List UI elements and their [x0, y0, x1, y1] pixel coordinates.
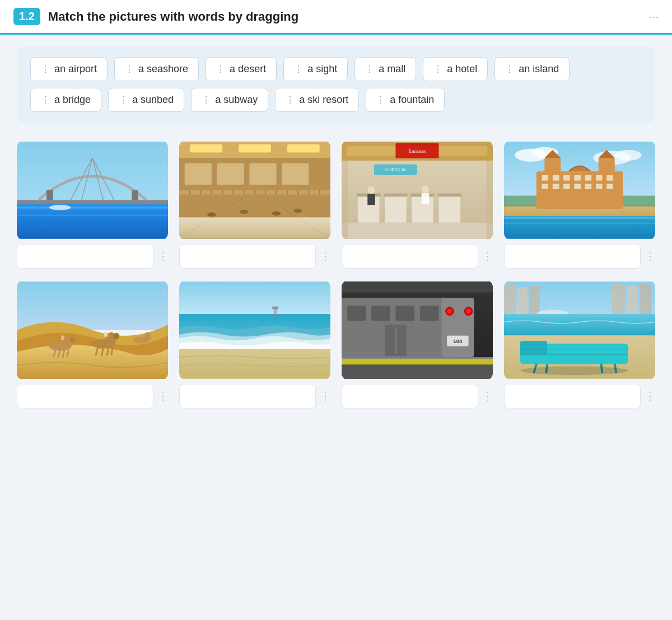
main-content: an airport a seashore a desert a sight a…	[0, 35, 672, 420]
svg-rect-123	[395, 306, 414, 321]
images-grid: ⋮	[17, 140, 655, 408]
page-title: Match the pictures with words by draggin…	[48, 10, 298, 24]
word-chip-ski-resort[interactable]: a ski resort	[275, 88, 359, 112]
svg-point-157	[520, 367, 628, 375]
word-chip-island[interactable]: an island	[494, 57, 570, 81]
svg-rect-60	[422, 193, 430, 204]
word-chip-bridge[interactable]: a bridge	[30, 88, 101, 112]
image-seashore	[179, 280, 330, 381]
svg-rect-50	[385, 196, 407, 223]
svg-rect-147	[504, 314, 655, 336]
svg-rect-58	[367, 194, 375, 205]
word-chip-airport[interactable]: an airport	[30, 57, 108, 81]
drop-zone-sunbed[interactable]	[504, 384, 641, 408]
svg-rect-113	[179, 281, 330, 320]
svg-rect-82	[553, 184, 559, 189]
word-chip-subway[interactable]: a subway	[191, 88, 268, 112]
svg-rect-74	[542, 175, 549, 181]
svg-point-39	[272, 212, 281, 216]
drop-zone-hotel[interactable]	[504, 244, 641, 269]
drop-zone-row-mall: ⋮	[179, 244, 330, 269]
word-chip-desert[interactable]: a desert	[206, 57, 277, 81]
svg-rect-54	[384, 194, 407, 197]
drop-zone-row-hotel: ⋮	[504, 244, 655, 269]
svg-text:CHECK IN: CHECK IN	[385, 167, 406, 172]
svg-point-128	[447, 308, 452, 314]
section-number: 1.2	[13, 8, 40, 25]
svg-point-59	[422, 185, 430, 193]
svg-rect-35	[249, 163, 276, 185]
svg-point-40	[293, 209, 302, 213]
svg-rect-126	[395, 327, 396, 353]
svg-rect-88	[544, 158, 561, 174]
svg-rect-86	[596, 184, 603, 189]
image-bridge	[17, 140, 168, 241]
svg-text:Emirates: Emirates	[409, 148, 426, 154]
drop-zone-dots-seashore: ⋮	[320, 391, 330, 401]
svg-rect-17	[179, 217, 330, 239]
svg-point-112	[144, 332, 151, 341]
image-item-mall: ⋮	[179, 140, 330, 269]
svg-rect-139	[504, 284, 516, 317]
svg-rect-91	[504, 223, 655, 224]
drop-zone-row-seashore: ⋮	[179, 384, 330, 408]
svg-point-11	[49, 205, 71, 210]
drop-zone-dots-desert: ⋮	[158, 391, 168, 401]
drop-zone-seashore[interactable]	[179, 384, 316, 408]
image-hotel	[504, 140, 655, 241]
drop-zone-mall[interactable]	[179, 244, 316, 269]
svg-rect-143	[627, 286, 638, 318]
svg-rect-56	[438, 194, 461, 197]
svg-point-69	[615, 150, 642, 161]
drop-zone-row-subway: ⋮	[342, 384, 493, 408]
drop-zone-dots-subway: ⋮	[483, 391, 493, 401]
drop-zone-row-airport: ⋮	[342, 244, 493, 269]
svg-rect-76	[563, 175, 570, 181]
svg-rect-34	[217, 163, 244, 185]
svg-rect-85	[585, 184, 592, 189]
image-item-seashore: ⋮	[179, 280, 330, 408]
image-item-desert: ⋮	[17, 280, 168, 408]
word-chip-fountain[interactable]: a fountain	[366, 88, 445, 112]
word-chip-mall[interactable]: a mall	[354, 57, 416, 81]
svg-rect-150	[520, 341, 547, 354]
svg-rect-89	[599, 158, 615, 174]
image-item-sunbed: ⋮	[504, 280, 655, 408]
svg-point-95	[70, 337, 76, 343]
image-subway: 104	[342, 280, 493, 381]
svg-rect-124	[420, 306, 439, 321]
word-bank: an airport a seashore a desert a sight a…	[17, 46, 655, 123]
svg-point-38	[240, 210, 248, 214]
svg-rect-7	[46, 190, 53, 200]
drop-zone-subway[interactable]	[342, 384, 478, 408]
drop-zone-desert[interactable]	[17, 384, 153, 408]
svg-rect-84	[574, 184, 581, 189]
word-chip-seashore[interactable]: a seashore	[114, 57, 199, 81]
svg-rect-48	[342, 223, 493, 239]
svg-rect-144	[640, 284, 651, 318]
image-sunbed	[504, 280, 655, 381]
svg-rect-8	[132, 190, 138, 200]
svg-rect-75	[553, 175, 559, 181]
word-chip-sight[interactable]: a sight	[283, 57, 348, 81]
drop-zone-airport[interactable]	[342, 244, 478, 269]
word-chip-hotel[interactable]: a hotel	[423, 57, 488, 81]
page-header: 1.2 Match the pictures with words by dra…	[0, 0, 672, 35]
svg-rect-141	[529, 286, 539, 317]
word-chip-sunbed[interactable]: a sunbed	[108, 88, 184, 112]
drop-zone-row-desert: ⋮	[17, 384, 168, 408]
svg-rect-81	[542, 184, 549, 189]
image-item-bridge: ⋮	[17, 140, 168, 269]
drop-zone-dots-sunbed: ⋮	[645, 391, 655, 401]
drop-zone-dots-bridge: ⋮	[158, 251, 168, 261]
svg-rect-135	[342, 357, 493, 359]
menu-dots[interactable]: ···	[649, 10, 659, 23]
drop-zone-row-bridge: ⋮	[17, 244, 168, 269]
drop-zone-bridge[interactable]	[17, 244, 153, 269]
svg-rect-116	[274, 308, 277, 318]
image-item-subway: 104 ⋮	[342, 280, 493, 408]
svg-rect-121	[347, 306, 366, 321]
image-desert	[17, 280, 168, 381]
svg-rect-137	[342, 293, 493, 295]
svg-rect-90	[504, 217, 655, 219]
